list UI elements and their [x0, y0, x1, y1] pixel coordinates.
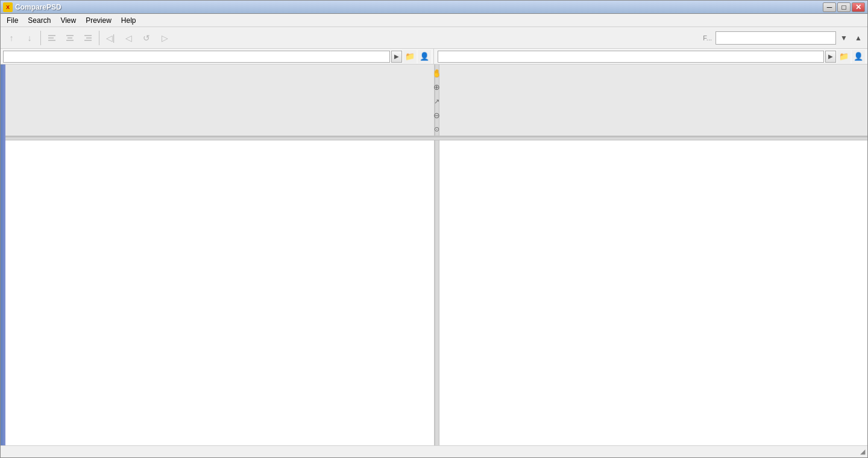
top-left-panel [5, 64, 435, 136]
move-up-button[interactable]: ↑ [3, 30, 20, 46]
filter-input[interactable] [715, 31, 836, 45]
title-bar-left: X ComparePSD [3, 2, 61, 12]
nav-next-button[interactable]: ▷ [156, 30, 173, 46]
status-bar: ◢ [1, 445, 867, 457]
move-down-button[interactable]: ↓ [21, 30, 38, 46]
right-browse-button[interactable]: 📁 [837, 50, 851, 63]
left-strip [1, 64, 5, 445]
title-bar: X ComparePSD ─ □ ✕ [1, 1, 867, 14]
menu-bar: File Search View Preview Help [1, 14, 867, 27]
right-path-go-button[interactable]: ▶ [825, 51, 836, 63]
menu-help[interactable]: Help [116, 15, 141, 26]
toolbar: ↑ ↓ ◁| ◁ ↺ ▷ [1, 27, 867, 49]
left-browse-button[interactable]: 📁 [403, 50, 417, 63]
menu-preview[interactable]: Preview [81, 15, 116, 26]
right-person-button[interactable]: 👤 [852, 50, 865, 63]
toolbar-separator-2 [99, 31, 99, 45]
left-path-dropdown[interactable] [3, 51, 390, 63]
app-icon: X [3, 2, 13, 12]
menu-search[interactable]: Search [23, 15, 55, 26]
right-path-dropdown[interactable] [438, 51, 825, 63]
menu-file[interactable]: File [2, 15, 23, 26]
resize-grip: ◢ [860, 448, 865, 456]
content-area: ✋ ⊕ ↗ ⊖ ⊙ [1, 64, 867, 445]
toolbar-separator-1 [40, 31, 41, 45]
align-left-button[interactable] [43, 30, 60, 46]
nav-left-button[interactable]: ◁| [102, 30, 119, 46]
nav-prev-button[interactable]: ◁ [120, 30, 137, 46]
maximize-button[interactable]: □ [837, 2, 851, 12]
vertical-divider-bottom[interactable] [435, 140, 439, 445]
align-center-button[interactable] [61, 30, 78, 46]
bottom-right-panel [439, 140, 868, 445]
vertical-divider-top[interactable]: ✋ ⊕ ↗ ⊖ ⊙ [435, 64, 439, 136]
left-path-bar: ▶ 📁 👤 [1, 49, 434, 64]
align-right-button[interactable] [80, 30, 96, 46]
left-path-go-button[interactable]: ▶ [391, 51, 402, 63]
window-title: ComparePSD [15, 3, 61, 11]
split-view: ✋ ⊕ ↗ ⊖ ⊙ [5, 64, 867, 445]
bottom-panels [5, 140, 867, 445]
filter-label: F... [703, 34, 712, 42]
path-bar: ▶ 📁 👤 ▶ 📁 👤 [1, 49, 867, 64]
close-button[interactable]: ✕ [852, 2, 865, 12]
filter-up-button[interactable]: ▲ [852, 31, 865, 45]
filter-down-button[interactable]: ▼ [837, 31, 851, 45]
top-right-panel [439, 64, 868, 136]
top-panels: ✋ ⊕ ↗ ⊖ ⊙ [5, 64, 867, 137]
main-window: X ComparePSD ─ □ ✕ File Search View P [0, 0, 868, 458]
refresh-button[interactable]: ↺ [138, 30, 155, 46]
right-path-bar: ▶ 📁 👤 [435, 49, 868, 64]
minimize-button[interactable]: ─ [823, 2, 836, 12]
menu-view[interactable]: View [55, 15, 81, 26]
bottom-left-panel [5, 140, 435, 445]
title-bar-buttons: ─ □ ✕ [823, 2, 865, 12]
left-person-button[interactable]: 👤 [418, 50, 431, 63]
